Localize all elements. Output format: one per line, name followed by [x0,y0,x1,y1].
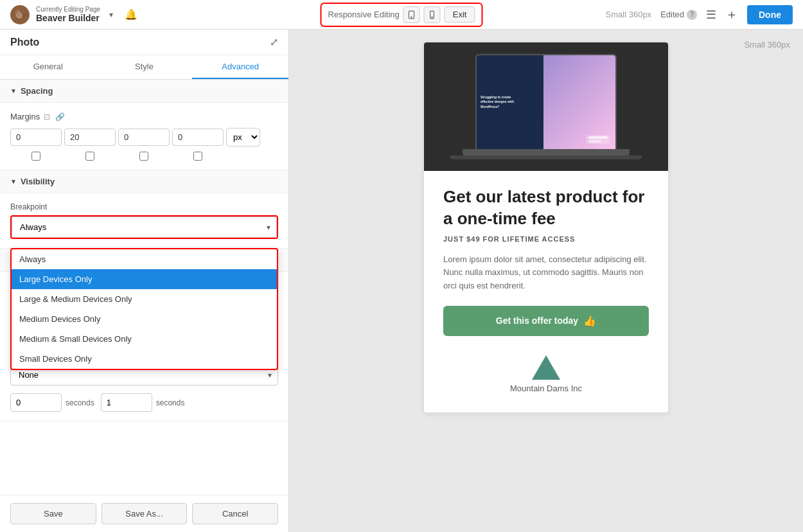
laptop-screen-content: Struggling to create effective designs w… [477,55,615,149]
dropdown-item-large-medium[interactable]: Large & Medium Devices Only [12,289,277,309]
margin-top-input[interactable] [10,129,62,146]
duration-unit: seconds [156,398,185,407]
delay-group: seconds [10,393,94,412]
timing-row: seconds seconds [10,393,278,412]
delay-input[interactable] [10,393,62,412]
visibility-section-body: Breakpoint Always Large Devices Only Lar… [0,193,288,249]
breakpoint-dropdown-wrap: Always Large Devices Only Large & Medium… [10,215,278,239]
panel-expand-icon[interactable]: ⤢ [270,36,278,48]
panel-header: Photo ⤢ [0,30,288,55]
dropdown-item-always[interactable]: Always [12,249,277,269]
done-button[interactable]: Done [747,5,793,24]
laptop-foot [450,155,642,159]
dropdown-item-large-only[interactable]: Large Devices Only [12,269,277,289]
exit-button[interactable]: Exit [445,6,475,22]
save-button[interactable]: Save [10,503,96,524]
breakpoint-dropdown-list: Always Large Devices Only Large & Medium… [10,248,278,370]
settings-panel: Photo ⤢ General Style Advanced ▼ Spacing [0,30,289,532]
margin-right-input[interactable] [64,129,116,146]
dropdown-item-small-only[interactable]: Small Devices Only [12,349,277,369]
margin-left-checkbox[interactable] [193,152,202,161]
margin-right-checkbox[interactable] [85,152,94,161]
logo-triangle-icon [532,355,560,380]
modules-list-icon[interactable]: ☰ [706,8,716,22]
svg-point-1 [411,16,412,17]
help-icon[interactable]: ? [687,10,697,20]
responsive-label: Responsive Editing [328,10,400,19]
spacing-section-header[interactable]: ▼ Spacing [0,80,288,103]
card-content: Get our latest product for a one-time fe… [424,171,668,342]
margin-bottom-input[interactable] [118,129,170,146]
save-as-button[interactable]: Save As... [101,503,188,524]
logo-icon: 🦫 [15,10,26,20]
dropdown-item-medium-small[interactable]: Medium & Small Devices Only [12,329,277,349]
panel-tabs: General Style Advanced [0,55,288,80]
duration-input[interactable] [101,393,152,412]
tab-advanced[interactable]: Advanced [192,55,288,79]
panel-footer: Save Save As... Cancel [0,495,288,532]
svg-point-3 [432,16,432,17]
brand-logo: 🦫 [10,5,30,24]
page-preview: Small 360px Struggling to create effecti… [289,30,803,532]
laptop-screen: Struggling to create effective designs w… [475,54,617,150]
tab-style[interactable]: Style [96,55,193,79]
margin-bottom-checkbox[interactable] [139,152,148,161]
logo-name: Mountain Dams Inc [510,384,582,393]
visibility-section: ▼ Visibility Breakpoint Always Large Dev… [0,170,288,249]
card-body: Lorem ipsum dolor sit amet, consectetur … [443,253,649,293]
margins-fields: px em % [10,128,278,146]
breakpoint-select[interactable]: Always Large Devices Only Large & Medium… [12,217,277,238]
app-title-wrap: Currently Editing Page Beaver Builder [36,6,100,23]
cta-button[interactable]: Get this offer today 👍 [443,306,649,336]
viewport-size-label: Small 360px [744,40,790,49]
margin-unit-select[interactable]: px em % [226,128,260,146]
topbar: 🦫 Currently Editing Page Beaver Builder … [0,0,803,30]
cta-label: Get this offer today [496,315,578,326]
visibility-section-header[interactable]: ▼ Visibility [0,170,288,193]
delay-unit: seconds [66,398,94,407]
cancel-button[interactable]: Cancel [192,503,278,524]
topbar-right: Small 360px Edited ? ☰ ＋ Done [606,5,793,24]
margins-label: Margins [10,112,40,121]
spacing-label: Spacing [21,86,53,96]
duration-group: seconds [101,393,185,412]
margins-row: Margins ⊡ 🔗 [10,112,278,121]
mobile-view-icon[interactable] [424,6,441,23]
screen-text-line1: Struggling to create [481,95,540,100]
margin-top-checkbox[interactable] [31,152,40,161]
edited-label: Edited [660,10,684,19]
card-heading: Get our latest product for a one-time fe… [443,186,649,230]
app-title-chevron[interactable]: ▾ [109,10,113,19]
spacing-section: ▼ Spacing Margins ⊡ 🔗 p [0,80,288,170]
thumbs-up-icon: 👍 [583,315,596,327]
spacing-chevron: ▼ [10,87,17,94]
card-subheading: JUST $49 FOR LIFETIME ACCESS [443,235,649,243]
spacing-section-body: Margins ⊡ 🔗 px em % [0,103,288,170]
logo-area: Mountain Dams Inc [424,342,668,393]
app-title: Beaver Builder [36,13,100,23]
tab-general[interactable]: General [0,55,96,79]
panel-title: Photo [10,37,270,48]
visibility-label: Visibility [21,177,55,186]
tablet-view-icon[interactable] [403,6,420,23]
screen-text-line2: effective designs with [481,100,540,105]
page-context: Currently Editing Page [36,6,100,13]
dropdown-item-medium-only[interactable]: Medium Devices Only [12,309,277,329]
preview-card: Struggling to create effective designs w… [424,42,668,412]
screen-text-line3: WordPress? [481,105,540,110]
margin-left-input[interactable] [172,129,224,146]
breakpoint-label: Breakpoint [10,202,278,211]
edited-status: Edited ? [660,10,697,20]
laptop-image: Struggling to create effective designs w… [424,42,668,171]
add-content-icon[interactable]: ＋ [725,6,738,23]
main-layout: Photo ⤢ General Style Advanced ▼ Spacing [0,30,803,532]
margins-link-icon[interactable]: ⊡ [44,112,50,121]
margins-chain-icon[interactable]: 🔗 [55,112,65,121]
viewport-label: Small 360px [606,10,652,19]
visibility-chevron: ▼ [10,178,17,185]
notifications-icon[interactable]: 🔔 [125,8,137,21]
panel-content: ▼ Spacing Margins ⊡ 🔗 p [0,80,288,495]
margin-checkboxes [10,152,278,161]
responsive-editing-bar: Responsive Editing Exit [321,3,483,27]
